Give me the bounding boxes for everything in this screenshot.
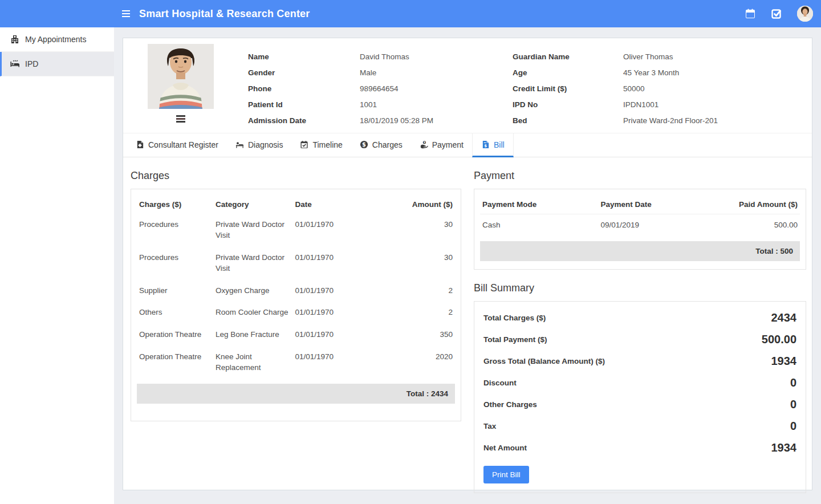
col-header: Date	[292, 195, 369, 214]
diagnosis-icon	[235, 140, 244, 149]
cell: Cash	[480, 214, 599, 237]
field-label: IPD No	[513, 100, 623, 109]
cell: Knee Joint Replacement	[213, 346, 293, 379]
tab-payment[interactable]: $ Payment	[411, 133, 472, 157]
charges-title: Charges	[131, 165, 461, 189]
field-value: IPDN1001	[623, 100, 800, 109]
field-value: 45 Year 3 Month	[623, 68, 800, 77]
col-header: Payment Mode	[480, 195, 599, 214]
charges-row: Operation Theatre Leg Bone Fracture 01/0…	[137, 324, 455, 346]
cell: 2	[369, 302, 455, 324]
col-header: Paid Amount ($)	[710, 195, 800, 214]
calendar-icon[interactable]	[745, 8, 756, 19]
field-label: Phone	[248, 84, 360, 93]
sidebar-item-my-appointments[interactable]: My Appointments	[0, 27, 114, 52]
cell: Operation Theatre	[137, 346, 213, 379]
patient-info-section: Name David Thomas Guardian Name Oliver T…	[123, 38, 812, 133]
summary-label: Total Charges ($)	[483, 314, 546, 322]
field-label: Bed	[513, 116, 623, 125]
charges-row: Procedures Private Ward Doctor Visit 01/…	[137, 247, 455, 280]
payment-summary-panel: Payment Payment Mode Payment Date Paid A…	[474, 165, 806, 501]
menu-icon[interactable]	[122, 9, 130, 19]
col-header: Charges ($)	[137, 195, 213, 214]
charges-row: Others Room Cooler Charge 01/01/1970 2	[137, 302, 455, 324]
cell: 01/01/1970	[292, 302, 369, 324]
cell: 2020	[369, 346, 455, 379]
summary-row: Other Charges 0	[483, 394, 796, 416]
summary-value: 2434	[771, 311, 797, 324]
field-label: Credit Limit ($)	[513, 84, 623, 93]
file-medical-icon	[136, 140, 144, 149]
charges-row: Supplier Oxygen Charge 01/01/1970 2	[137, 280, 455, 302]
tab-timeline[interactable]: Timeline	[291, 133, 351, 157]
tab-label: Consultant Register	[148, 140, 218, 149]
cell: Procedures	[137, 214, 213, 247]
user-avatar[interactable]	[797, 6, 813, 22]
charges-total: Total : 2434	[137, 384, 455, 404]
summary-label: Other Charges	[483, 400, 537, 409]
summary-value: 0	[790, 376, 796, 389]
cell: Room Cooler Charge	[213, 302, 293, 324]
field-label: Gender	[248, 68, 360, 77]
charges-row: Operation Theatre Knee Joint Replacement…	[137, 346, 455, 379]
cell: Supplier	[137, 280, 213, 302]
cell: Operation Theatre	[137, 324, 213, 346]
charges-row: Procedures Private Ward Doctor Visit 01/…	[137, 214, 455, 247]
charges-panel: Charges Charges ($) Category Date Amount…	[131, 165, 461, 501]
summary-label: Gross Total (Balance Amount) ($)	[483, 357, 605, 365]
summary-row: Net Amount 1934	[483, 437, 796, 459]
bed-icon	[10, 59, 19, 68]
top-header: Smart Hospital & Research Center	[0, 0, 821, 27]
charges-header-row: Charges ($) Category Date Amount ($)	[137, 195, 455, 214]
tab-label: Timeline	[312, 140, 342, 149]
col-header: Amount ($)	[369, 195, 455, 214]
cell: Procedures	[137, 247, 213, 280]
cell: 01/01/1970	[292, 346, 369, 379]
file-invoice-dollar-icon: $	[481, 140, 490, 149]
col-header: Payment Date	[599, 195, 710, 214]
tab-consultant-register[interactable]: Consultant Register	[127, 133, 227, 157]
bill-summary-title: Bill Summary	[474, 270, 806, 301]
field-label: Guardian Name	[513, 52, 623, 61]
svg-text:$: $	[424, 141, 425, 144]
print-bill-button[interactable]: Print Bill	[483, 466, 529, 483]
tab-label: Bill	[494, 140, 505, 149]
sidebar: My Appointments IPD	[0, 27, 114, 504]
patient-photo	[148, 44, 214, 109]
cell: 30	[369, 247, 455, 280]
tasks-icon[interactable]	[771, 8, 782, 19]
tab-diagnosis[interactable]: Diagnosis	[227, 133, 291, 157]
bill-content: Charges Charges ($) Category Date Amount…	[123, 157, 812, 501]
hospital-icon	[10, 35, 19, 44]
payment-table: Payment Mode Payment Date Paid Amount ($…	[480, 195, 800, 237]
summary-row: Total Charges ($) 2434	[483, 307, 796, 329]
cell: Others	[137, 302, 213, 324]
summary-label: Net Amount	[483, 444, 527, 452]
cell: Private Ward Doctor Visit	[213, 247, 293, 280]
summary-row: Gross Total (Balance Amount) ($) 1934	[483, 351, 796, 372]
svg-text:$: $	[362, 141, 366, 148]
patient-options-menu-icon[interactable]	[176, 114, 185, 124]
payment-total: Total : 500	[480, 241, 800, 261]
tab-charges[interactable]: $ Charges	[351, 133, 411, 157]
field-value: 989664654	[360, 84, 513, 93]
summary-value: 0	[790, 398, 796, 411]
cell: Leg Bone Fracture	[213, 324, 293, 346]
field-label: Name	[248, 52, 360, 61]
field-value: David Thomas	[360, 52, 513, 61]
sidebar-item-ipd[interactable]: IPD	[0, 52, 114, 76]
field-value: 18/01/2019 05:28 PM	[360, 116, 513, 125]
tab-bill[interactable]: $ Bill	[472, 133, 514, 157]
tab-label: Diagnosis	[248, 140, 283, 149]
bill-summary-box: Total Charges ($) 2434 Total Payment ($)…	[474, 301, 806, 493]
summary-row: Total Payment ($) 500.00	[483, 329, 796, 351]
summary-value: 1934	[771, 355, 797, 368]
col-header: Category	[213, 195, 293, 214]
sidebar-item-label: IPD	[25, 59, 38, 68]
cell: 30	[369, 214, 455, 247]
field-label: Admission Date	[248, 116, 360, 125]
summary-label: Total Payment ($)	[483, 335, 547, 344]
field-label: Patient Id	[248, 100, 360, 109]
cell: 01/01/1970	[292, 247, 369, 280]
tab-label: Charges	[372, 140, 403, 149]
